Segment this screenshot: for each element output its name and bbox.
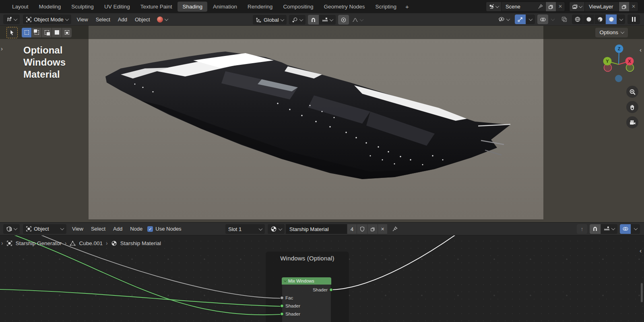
gizmo-z-label: Z [618,46,621,51]
viewport-3d[interactable]: Options › ‹ Optional Windows Material Y … [0,26,644,222]
collapse-chevron-icon[interactable] [284,279,287,282]
tab-layout[interactable]: Layout [7,2,33,12]
viewport-editor-type-button[interactable] [3,14,20,24]
snap-with-dropdown[interactable] [319,15,336,25]
options-dropdown[interactable]: Options [595,28,628,37]
scene-browse-button[interactable] [486,2,502,11]
menu-object[interactable]: Object [135,17,150,23]
shading-wireframe-button[interactable] [572,14,583,24]
mesh-data-icon [70,240,76,246]
mode-dropdown[interactable]: Object Mode [23,14,71,24]
gizmo-dropdown[interactable] [526,14,535,24]
tab-modeling[interactable]: Modeling [34,2,66,12]
proportional-falloff-dropdown[interactable] [349,15,366,25]
toolbar-expand-arrow[interactable]: › [1,45,3,52]
tab-texture-paint[interactable]: Texture Paint [136,2,177,12]
pan-button[interactable] [626,101,638,113]
node-editor-scrollbar[interactable] [641,283,643,302]
material-browse-button[interactable] [268,224,285,234]
node-snap-with-dropdown[interactable] [601,224,617,234]
menu-node[interactable]: Node [130,226,142,232]
active-material-preview[interactable] [154,14,171,24]
pause-preview-button[interactable] [627,14,640,24]
viewlayer-browse-button[interactable] [570,2,585,11]
xray-toggle[interactable] [559,14,570,24]
gizmo-neg-z-ball[interactable] [615,75,622,82]
node-overlays-dropdown[interactable] [631,224,640,234]
shading-material-preview-button[interactable] [594,14,605,24]
menu-view[interactable]: View [77,17,88,23]
zoom-button[interactable] [626,86,638,98]
tab-compositing[interactable]: Compositing [278,2,318,12]
fake-user-button[interactable] [357,224,367,234]
breadcrumb-material[interactable]: Starship Material [120,240,161,246]
pin-button[interactable] [392,226,398,232]
viewlayer-remove-button[interactable]: ✕ [629,4,638,9]
visibility-dropdown[interactable] [495,14,512,24]
node-snap-toggle[interactable] [590,224,601,234]
shader-type-dropdown[interactable]: Object [23,224,66,234]
use-nodes-checkbox[interactable]: ✓ Use Nodes [147,226,181,232]
scene-pin-button[interactable] [535,2,545,11]
scene-unlink-button[interactable]: ✕ [556,4,565,9]
snap-toggle[interactable] [308,15,319,25]
select-mode-intersect[interactable] [62,28,72,37]
viewlayer-name[interactable]: ViewLayer [585,4,619,10]
overlays-dropdown[interactable] [549,14,557,24]
tab-sculpting[interactable]: Sculpting [66,2,99,12]
input-socket-shader1[interactable] [280,304,284,308]
shader-node-editor[interactable]: Windows (Optional) Mix Windows Shader [0,235,644,322]
mix-shader-node[interactable]: Mix Windows Shader Fac Shader Shader [282,277,331,322]
breadcrumb-object[interactable]: Starship Generator [16,240,62,246]
active-tool-select-box[interactable] [6,27,18,38]
shading-dropdown[interactable] [617,14,625,24]
menu-add[interactable]: Add [113,226,122,232]
tab-geometry-nodes[interactable]: Geometry Nodes [319,2,369,12]
viewlayer-new-copy-button[interactable] [619,2,629,11]
tab-shading[interactable]: Shading [178,2,207,12]
cursor-icon [9,29,15,36]
output-socket-shader[interactable] [329,288,333,292]
node-overlays-toggle[interactable] [620,224,631,234]
material-unlink-button[interactable]: ✕ [378,224,387,234]
breadcrumb-mesh[interactable]: Cube.001 [79,240,103,246]
material-users-count-button[interactable]: 4 [347,224,357,234]
tab-animation[interactable]: Animation [208,2,242,12]
show-overlays-toggle[interactable] [537,14,548,24]
shader-editor-type-button[interactable] [3,224,20,234]
tab-uv-editing[interactable]: UV Editing [99,2,135,12]
select-mode-invert[interactable] [52,28,62,37]
shading-rendered-button[interactable] [606,14,617,24]
menu-view[interactable]: View [72,226,83,232]
menu-select[interactable]: Select [96,17,110,23]
slot-dropdown[interactable]: Slot 1 [225,224,265,234]
material-name-field[interactable]: Starship Material [286,224,347,234]
node-sidebar-collapse-arrow[interactable]: ‹ [640,248,642,254]
material-copy-button[interactable] [367,224,378,234]
scene-name[interactable]: Scene [502,4,535,10]
menu-select[interactable]: Select [91,226,105,232]
tab-rendering[interactable]: Rendering [243,2,277,12]
sidebar-collapse-arrow[interactable]: ‹ [640,47,642,53]
parent-node-tree-button[interactable]: ↑ [577,224,587,234]
tab-scripting[interactable]: Scripting [370,2,401,12]
node-header[interactable]: Mix Windows [282,277,331,285]
node-tree-expand-arrow[interactable]: › [1,240,3,246]
select-extend-icon [35,30,39,35]
show-gizmo-toggle[interactable] [515,14,526,24]
proportional-editing-toggle[interactable] [338,15,349,25]
input-socket-fac[interactable] [280,296,284,300]
transform-orientation-dropdown[interactable]: Global [253,15,287,25]
menu-add[interactable]: Add [118,17,127,23]
pivot-point-dropdown[interactable] [289,15,305,25]
navigation-gizmo[interactable]: Y X Z [590,42,635,85]
add-workspace-button[interactable]: + [402,1,412,12]
input-socket-shader2[interactable] [280,312,284,316]
camera-view-button[interactable] [626,116,638,128]
scene-new-copy-button[interactable] [545,2,556,11]
select-mode-set[interactable] [22,28,31,37]
select-mode-subtract[interactable] [42,28,52,37]
select-mode-extend[interactable] [32,28,41,37]
shading-solid-button[interactable] [583,14,594,24]
chevron-down-icon [299,17,303,21]
